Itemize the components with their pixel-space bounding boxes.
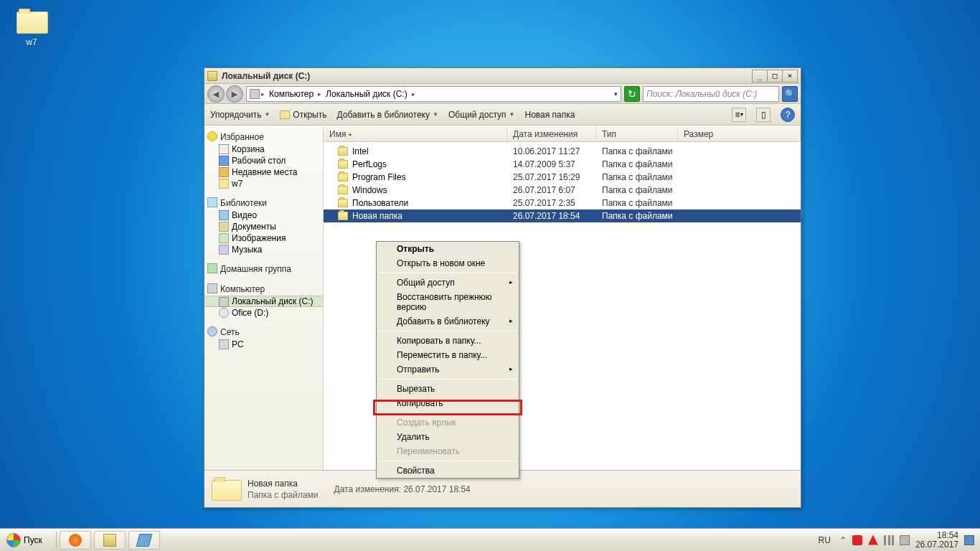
file-date: 26.07.2017 6:07 [507,185,596,195]
sidebar-item-w7[interactable]: w7 [204,178,323,189]
sidebar-homegroup[interactable]: Домашняя группа [204,263,323,276]
sidebar-item-desktop[interactable]: Рабочий стол [204,155,323,166]
tb-open[interactable]: Открыть [280,110,326,120]
file-name: Новая папка [352,211,402,221]
ctx-cut[interactable]: Вырезать [377,382,519,396]
sidebar-item-images[interactable]: Изображения [204,232,323,244]
ctx-add-to-library[interactable]: Добавить в библиотеку▸ [377,314,519,329]
sidebar-favorites[interactable]: Избранное [204,131,323,143]
taskbar-clock[interactable]: 18:54 26.07.2017 [915,531,958,550]
desktop-icon [219,156,229,166]
nav-forward-button[interactable]: ► [226,85,243,103]
file-name: Program Files [352,172,406,182]
computer-icon [207,283,217,293]
ctx-copy-to-folder[interactable]: Копировать в папку... [377,334,519,348]
tray-network-icon[interactable] [884,535,894,545]
column-type[interactable]: Тип [596,126,678,141]
close-button[interactable]: × [782,70,798,83]
sidebar-libraries[interactable]: Библиотеки [204,197,323,209]
file-row[interactable]: Пользователи25.07.2017 2:35Папка с файла… [324,197,801,209]
preview-pane-button[interactable]: ▯ [756,108,771,122]
sidebar-item-recycle[interactable]: Корзина [204,143,323,155]
app-icon [136,534,152,547]
start-button[interactable]: Пуск [3,530,50,550]
sidebar-item-music[interactable]: Музыка [204,244,323,255]
system-tray: RU ⌃ 18:54 26.07.2017 [813,531,980,550]
tb-new-folder[interactable]: Новая папка [524,110,575,120]
tray-chevron-icon[interactable]: ⌃ [839,535,847,545]
sidebar-item-video[interactable]: Видео [204,209,323,221]
homegroup-icon [207,263,217,273]
titlebar[interactable]: Локальный диск (C:) _ □ × [204,68,801,84]
folder-icon [338,212,348,220]
ctx-copy[interactable]: Копировать [377,396,519,410]
folder-icon [17,9,47,34]
search-input[interactable]: Поиск: Локальный диск (C:) [643,86,779,102]
explorer-icon [103,534,116,547]
pc-icon [219,339,229,349]
taskbar-app[interactable] [128,531,160,550]
sidebar-network[interactable]: Сеть [204,326,323,339]
clock-date: 26.07.2017 [915,540,958,550]
taskbar-explorer[interactable] [94,531,126,550]
tray-action-center-icon[interactable] [868,535,878,545]
ctx-create-shortcut[interactable]: Создать ярлык [377,415,519,430]
taskbar-firefox[interactable] [60,531,91,550]
file-row[interactable]: PerfLogs14.07.2009 5:37Папка с файлами [324,158,801,171]
column-size[interactable]: Размер [678,126,801,141]
column-date[interactable]: Дата изменения [507,126,596,141]
maximize-button[interactable]: □ [767,70,783,83]
breadcrumb-disk[interactable]: Локальный диск (C:) [323,89,410,99]
ctx-move-to-folder[interactable]: Переместить в папку... [377,348,519,362]
search-placeholder: Поиск: Локальный диск (C:) [646,89,757,99]
minimize-button[interactable]: _ [752,70,768,83]
disk-icon [250,89,260,99]
help-button[interactable]: ? [781,108,795,122]
details-meta-value: 26.07.2017 18:54 [403,484,470,494]
refresh-button[interactable]: ↻ [624,86,640,102]
breadcrumb[interactable]: ▸ Компьютер ▸ Локальный диск (C:) ▸ ▾ [246,86,621,102]
network-icon [207,326,217,336]
ctx-properties[interactable]: Свойства [377,463,519,478]
ctx-send-to[interactable]: Отправить▸ [377,362,519,377]
sidebar-computer[interactable]: Компьютер [204,283,323,296]
sidebar-item-disk-d[interactable]: Ofice (D:) [204,307,323,319]
tray-flag-icon[interactable] [852,535,862,545]
ctx-rename[interactable]: Переименовать [377,444,519,458]
file-row[interactable]: Program Files25.07.2017 16:29Папка с фай… [324,171,801,184]
tb-share[interactable]: Общий доступ▼ [448,110,515,120]
library-icon [207,197,217,207]
sidebar-item-documents[interactable]: Документы [204,221,323,232]
file-row[interactable]: Windows26.07.2017 6:07Папка с файлами [324,184,801,197]
nav-back-button[interactable]: ◄ [207,85,225,103]
sidebar: Избранное Корзина Рабочий стол Недавние … [204,126,324,470]
ctx-open-new-window[interactable]: Открыть в новом окне [377,256,519,270]
file-type: Папка с файлами [596,146,678,156]
ctx-share[interactable]: Общий доступ▸ [377,276,519,290]
view-options-button[interactable]: ≡▾ [732,108,746,122]
lang-indicator[interactable]: RU [819,535,831,545]
file-row[interactable]: Intel10.06.2017 11:27Папка с файлами [324,145,801,158]
details-type: Папка с файлами [248,489,319,501]
tb-arrange[interactable]: Упорядочить▼ [210,110,270,120]
ctx-restore-version[interactable]: Восстановить прежнюю версию [377,290,519,314]
search-button[interactable]: 🔍 [782,86,798,102]
ctx-open[interactable]: Открыть [377,242,519,256]
file-date: 26.07.2017 18:54 [507,211,596,221]
desktop-shortcut-w7[interactable]: w7 [9,9,55,47]
ctx-delete[interactable]: Удалить [377,430,519,444]
sidebar-item-recent[interactable]: Недавние места [204,166,323,178]
tb-add-to-library[interactable]: Добавить в библиотеку▼ [336,110,438,120]
details-name: Новая папка [248,478,319,489]
sidebar-item-pc[interactable]: PC [204,339,323,350]
tray-volume-icon[interactable] [900,535,910,545]
show-desktop-button[interactable] [964,535,974,545]
cd-icon [219,308,229,318]
sidebar-item-disk-c[interactable]: Локальный диск (C:) [204,296,323,307]
windows-orb-icon [6,533,21,547]
column-name[interactable]: Имя▴ [324,126,507,141]
file-name: PerfLogs [352,159,387,169]
breadcrumb-computer[interactable]: Компьютер [266,89,316,99]
file-row[interactable]: Новая папка26.07.2017 18:54Папка с файла… [324,209,801,222]
file-type: Папка с файлами [596,211,678,221]
